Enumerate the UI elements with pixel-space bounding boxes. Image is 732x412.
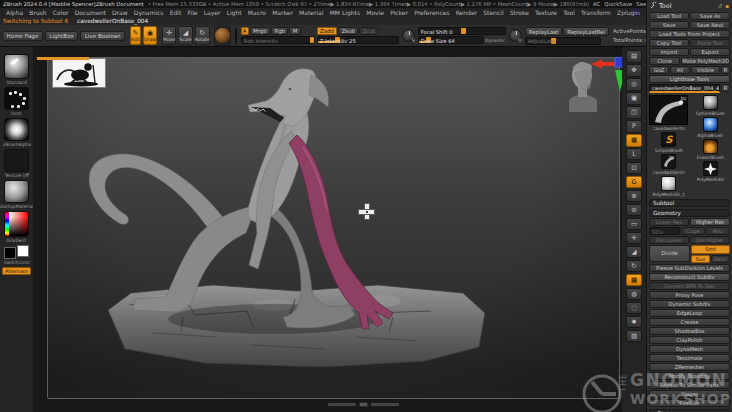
- zoom3d-button[interactable]: ◎: [626, 78, 642, 91]
- polymesh3d-thumbnail[interactable]: [703, 161, 718, 176]
- zadd-button[interactable]: Zadd: [317, 27, 338, 35]
- solo-button[interactable]: ⊡: [626, 162, 642, 175]
- simplebrush-thumbnail[interactable]: S: [661, 132, 676, 147]
- frame-button[interactable]: ▭: [626, 218, 642, 231]
- bpr-button[interactable]: ▤: [626, 50, 642, 63]
- menu-zplugin[interactable]: Zplugin: [614, 8, 643, 17]
- goz-all-button[interactable]: All: [670, 66, 690, 74]
- menu-macro[interactable]: Macro: [245, 8, 269, 17]
- cavedweller-clone-thumbnail[interactable]: 3D: [661, 154, 676, 169]
- goz-button[interactable]: GoZ: [649, 66, 669, 74]
- ghost-transparency-button[interactable]: G: [626, 176, 642, 189]
- make-polymesh3d-button[interactable]: Make PolyMesh3D: [681, 57, 730, 65]
- standard-brush-icon[interactable]: [4, 54, 29, 79]
- rgb-button[interactable]: Rgb: [271, 27, 288, 35]
- mrgb-button[interactable]: Mrgb: [250, 27, 270, 35]
- dynamic-subdiv-button[interactable]: Dynamic Subdiv: [649, 300, 730, 308]
- menu-color[interactable]: Color: [50, 8, 72, 17]
- rotate-3d-button[interactable]: ↻: [626, 260, 642, 273]
- see-through-slider[interactable]: See-through 0: [636, 0, 646, 8]
- z-intensity-slider[interactable]: Z Intensity 25: [317, 36, 399, 44]
- lightbox-grip[interactable]: [37, 57, 89, 60]
- menu-material[interactable]: Material: [296, 8, 327, 17]
- menu-brush[interactable]: Brush: [26, 8, 50, 17]
- menu-preferences[interactable]: Preferences: [411, 8, 452, 17]
- home-page-button[interactable]: Home Page: [2, 31, 43, 41]
- zcut-button[interactable]: Zcut: [359, 27, 378, 35]
- tessimate-button[interactable]: Tessimate: [649, 354, 730, 362]
- menu-mm-lights[interactable]: MM Lights: [327, 8, 364, 17]
- menu-file[interactable]: File: [184, 8, 200, 17]
- menu-texture[interactable]: Texture: [532, 8, 560, 17]
- freeze-subdivision-button[interactable]: Freeze SubDivision Levels: [649, 264, 730, 272]
- resv-button[interactable]: ResV: [711, 255, 730, 263]
- import-button[interactable]: Import: [649, 48, 689, 56]
- menu-draw[interactable]: Draw: [109, 8, 131, 17]
- cage-button[interactable]: Cage: [681, 227, 705, 235]
- switch-color-swatches[interactable]: [4, 245, 29, 259]
- scale-3d-button[interactable]: ◢: [626, 246, 642, 259]
- m-button[interactable]: M: [289, 27, 300, 35]
- alpha-toggle[interactable]: A: [241, 27, 249, 35]
- dynamic-label[interactable]: Dynamic: [485, 38, 505, 43]
- menu-picker[interactable]: Picker: [387, 8, 411, 17]
- adjust-last-slider[interactable]: AdjustLast: [525, 37, 601, 45]
- switch-color-item[interactable]: SwitchColor: [3, 245, 31, 265]
- load-tools-from-project-button[interactable]: Load Tools From Project: [649, 30, 730, 38]
- rgb-intensity-slider[interactable]: Rgb Intensity: [241, 36, 315, 44]
- dynamesh-button[interactable]: DynaMesh: [649, 345, 730, 353]
- move-button[interactable]: ✛Move: [162, 26, 176, 45]
- pin-palette-icon[interactable]: ▪: [725, 3, 729, 9]
- replay-last-rel-button[interactable]: ReplayLastRel: [563, 27, 609, 36]
- paste-tool-button[interactable]: Paste Tool: [690, 39, 730, 47]
- modify-topology-button[interactable]: Modify Topology: [649, 372, 730, 380]
- lightbox-tools-button[interactable]: Lightbox▸ Tools: [649, 75, 730, 83]
- current-tool-name[interactable]: cavedwellerOnBase_004_4: [649, 84, 720, 93]
- dots-stroke-icon[interactable]: [4, 87, 29, 110]
- bottom-tray-handle[interactable]: [328, 402, 399, 407]
- menu-stroke[interactable]: Stroke: [507, 8, 532, 17]
- axis-gizmo[interactable]: [591, 56, 622, 102]
- draw-size-slider[interactable]: Draw Size 64: [418, 36, 484, 44]
- menu-transform[interactable]: Transform: [578, 8, 614, 17]
- convert-bpr-button[interactable]: Convert BPR To Geo: [649, 282, 730, 290]
- stager-button[interactable]: Stager: [649, 390, 730, 398]
- suv-toggle[interactable]: Suv: [691, 255, 710, 263]
- move-3d-button[interactable]: ✛: [626, 232, 642, 245]
- menu-layer[interactable]: Layer: [201, 8, 224, 17]
- zoom-rect-button[interactable]: ▧: [626, 330, 642, 343]
- draw-size-knob[interactable]: O: [509, 29, 522, 42]
- zremesher-button[interactable]: ZRemesher: [649, 363, 730, 371]
- sdiv-slider[interactable]: SDiv: [649, 227, 680, 235]
- geometry-section-header[interactable]: Geometry: [649, 209, 730, 217]
- transp-button[interactable]: ◍: [626, 288, 642, 301]
- zoom-in-button[interactable]: ⊕: [626, 190, 642, 203]
- stroke-knob[interactable]: S: [402, 29, 415, 42]
- alternate-button[interactable]: Alternate: [2, 267, 31, 275]
- sculpt-scene[interactable]: [33, 55, 622, 412]
- repeat-to-similar-button[interactable]: Repeat To Similar Parts: [649, 381, 730, 389]
- proxy-pose-button[interactable]: Proxy Pose: [649, 291, 730, 299]
- draw-button[interactable]: ◉Draw: [143, 26, 157, 45]
- tool-palette-header[interactable]: Tool ↺ ▪: [647, 0, 732, 11]
- menu-render[interactable]: Render: [453, 8, 481, 17]
- zoom-out-button[interactable]: ⊖: [626, 204, 642, 217]
- texture-off-icon[interactable]: [4, 149, 29, 172]
- secondary-color-swatch[interactable]: [4, 247, 16, 259]
- current-texture-item[interactable]: Texture Off: [4, 149, 30, 178]
- claypolish-button[interactable]: ClayPolish: [649, 336, 730, 344]
- alphabrush-thumbnail[interactable]: [703, 117, 718, 132]
- current-material-item[interactable]: StartupMaterial: [0, 180, 35, 209]
- brush-preview[interactable]: [235, 27, 237, 45]
- live-boolean-button[interactable]: Live Boolean: [80, 31, 125, 41]
- save-as-button[interactable]: Save As: [690, 12, 730, 20]
- actual-button[interactable]: ▣: [626, 92, 642, 105]
- scale-button[interactable]: ◢Scale: [178, 26, 192, 45]
- higher-res-button[interactable]: Higher Res: [690, 218, 730, 226]
- quicksave-button[interactable]: QuickSave: [604, 0, 632, 8]
- primary-color-swatch[interactable]: [17, 245, 29, 257]
- menu-document[interactable]: Document: [72, 8, 109, 17]
- menu-movie[interactable]: Movie: [363, 8, 387, 17]
- menu-edit[interactable]: Edit: [167, 8, 185, 17]
- eraserbrush-thumbnail[interactable]: [703, 139, 718, 154]
